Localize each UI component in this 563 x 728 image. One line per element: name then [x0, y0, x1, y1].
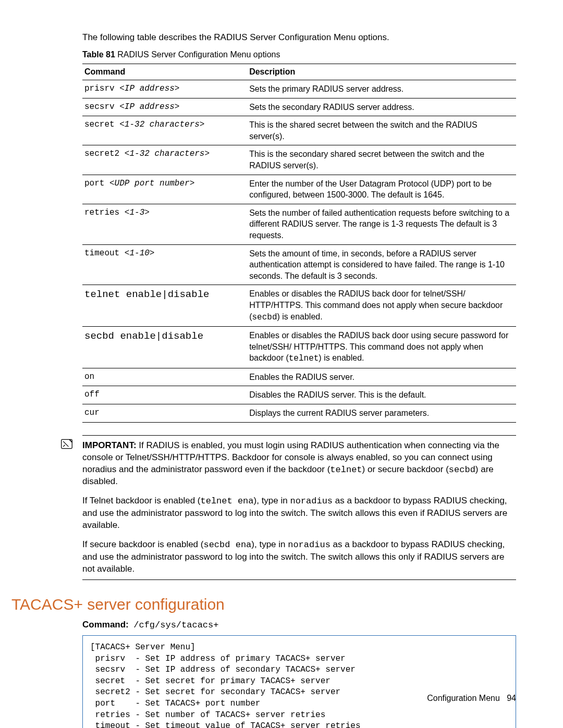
table-row: telnet enable|disableEnables or disables…: [82, 285, 516, 327]
col-command: Command: [82, 64, 247, 80]
command-cell: secbd enable|disable: [82, 327, 247, 368]
table-row: timeout <1-10>Sets the amount of time, i…: [82, 244, 516, 285]
description-cell: This is the secondary shared secret betw…: [247, 145, 516, 175]
command-cell: secret2 <1-32 characters>: [82, 145, 247, 175]
description-cell: Sets the secondary RADIUS server address…: [247, 98, 516, 116]
command-cell: secret <1-32 characters>: [82, 116, 247, 145]
page-footer: Configuration Menu 94: [427, 694, 516, 703]
command-cell: cur: [82, 404, 247, 423]
description-cell: Enter the number of the User Datagram Pr…: [247, 175, 516, 204]
table-number: Table 81: [82, 50, 115, 59]
table-row: secbd enable|disableEnables or disables …: [82, 327, 516, 368]
table-row: secsrv <IP address>Sets the secondary RA…: [82, 98, 516, 116]
description-cell: Sets the amount of time, in seconds, bef…: [247, 244, 516, 285]
description-cell: Enables or disables the RADIUS back door…: [247, 327, 516, 368]
command-cell: timeout <1-10>: [82, 244, 247, 285]
table-caption: Table 81 RADIUS Server Configuration Men…: [82, 50, 516, 59]
intro-text: The following table describes the RADIUS…: [82, 32, 516, 43]
table-row: secret <1-32 characters>This is the shar…: [82, 116, 516, 145]
description-cell: Enables or disables the RADIUS back door…: [247, 285, 516, 327]
command-path: /cfg/sys/tacacs+: [133, 620, 218, 630]
tacacs-menu-box: [TACACS+ Server Menu] prisrv - Set IP ad…: [82, 635, 516, 728]
table-row: offDisables the RADIUS server. This is t…: [82, 386, 516, 404]
description-cell: This is the shared secret between the sw…: [247, 116, 516, 145]
important-p3: If secure backdoor is enabled (secbd ena…: [82, 539, 516, 575]
table-row: port <UDP port number>Enter the number o…: [82, 175, 516, 204]
table-row: onEnables the RADIUS server.: [82, 368, 516, 386]
footer-page: 94: [507, 694, 516, 702]
table-row: retries <1-3>Sets the number of failed a…: [82, 204, 516, 244]
description-cell: Enables the RADIUS server.: [247, 368, 516, 386]
table-row: secret2 <1-32 characters>This is the sec…: [82, 145, 516, 175]
table-row: prisrv <IP address>Sets the primary RADI…: [82, 80, 516, 98]
command-cell: off: [82, 386, 247, 404]
command-cell: prisrv <IP address>: [82, 80, 247, 98]
command-cell: port <UDP port number>: [82, 175, 247, 204]
important-p1-text: If RADIUS is enabled, you must login usi…: [82, 440, 499, 487]
command-cell: retries <1-3>: [82, 204, 247, 244]
footer-text: Configuration Menu: [427, 694, 500, 702]
description-cell: Disables the RADIUS server. This is the …: [247, 386, 516, 404]
radius-options-table: Command Description prisrv <IP address>S…: [82, 64, 516, 423]
command-line: Command: /cfg/sys/tacacs+: [82, 620, 516, 630]
col-description: Description: [247, 64, 516, 80]
important-p2: If Telnet backdoor is enabled (telnet en…: [82, 495, 516, 532]
table-row: curDisplays the current RADIUS server pa…: [82, 404, 516, 423]
description-cell: Sets the primary RADIUS server address.: [247, 80, 516, 98]
important-p1: IMPORTANT: If RADIUS is enabled, you mus…: [82, 440, 516, 488]
command-cell: telnet enable|disable: [82, 285, 247, 327]
description-cell: Displays the current RADIUS server param…: [247, 404, 516, 423]
command-cell: secsrv <IP address>: [82, 98, 247, 116]
important-note: IMPORTANT: If RADIUS is enabled, you mus…: [82, 435, 516, 580]
command-cell: on: [82, 368, 247, 386]
description-cell: Sets the number of failed authentication…: [247, 204, 516, 244]
table-title: RADIUS Server Configuration Menu options: [117, 50, 280, 59]
note-icon: [59, 438, 74, 450]
section-heading: TACACS+ server configuration: [11, 596, 516, 613]
command-label: Command:: [82, 620, 129, 630]
important-label: IMPORTANT:: [82, 440, 137, 450]
